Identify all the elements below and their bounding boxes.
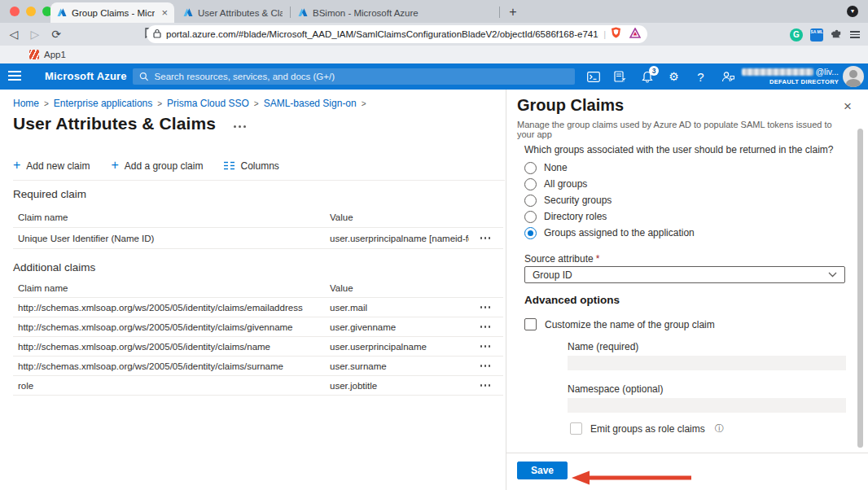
address-bar[interactable]: portal.azure.com/#blade/Microsoft_AAD_IA… [147, 25, 647, 43]
azure-brand[interactable]: Microsoft Azure [45, 70, 127, 82]
radio-directory-roles[interactable]: Directory roles [524, 208, 695, 225]
page-more-menu-icon[interactable] [234, 120, 246, 128]
row-more-menu-icon[interactable] [480, 345, 491, 348]
panel-footer-divider [506, 453, 868, 453]
breadcrumb-saml-sign-on[interactable]: SAML-based Sign-on [264, 98, 357, 109]
breadcrumb-separator: > [157, 99, 162, 108]
directory-filter-icon[interactable] [613, 70, 627, 84]
panel-scrollbar[interactable] [857, 129, 863, 448]
screen: Group Claims - Microsoft Azure × User At… [0, 0, 868, 490]
tab-user-attributes[interactable]: User Attributes & Claims - Microsof [177, 2, 289, 23]
checkbox-icon [524, 318, 537, 330]
group-claims-panel: Group Claims × Manage the group claims u… [506, 90, 868, 490]
claim-name-cell[interactable]: role [13, 381, 330, 391]
close-tab-icon[interactable]: × [161, 7, 168, 18]
brave-rewards-icon[interactable] [629, 27, 641, 42]
global-search[interactable] [133, 68, 575, 85]
row-more-menu-icon[interactable] [480, 237, 491, 239]
cloud-shell-icon[interactable] [586, 70, 600, 84]
table-row[interactable]: http://schemas.xmlsoap.org/ws/2005/05/id… [13, 357, 503, 376]
help-icon[interactable]: ? [694, 70, 708, 84]
breadcrumb-prisma-cloud-sso[interactable]: Prisma Cloud SSO [167, 98, 249, 109]
column-claim-name: Claim name [13, 212, 330, 222]
source-attribute-select[interactable]: Group ID [524, 266, 845, 283]
add-group-claim-button[interactable]: + Add a group claim [111, 160, 203, 172]
search-input[interactable] [155, 72, 568, 81]
radio-all-groups[interactable]: All groups [524, 176, 695, 192]
radio-none[interactable]: None [524, 160, 695, 176]
table-row[interactable]: Unique User Identifier (Name ID) user.us… [13, 228, 503, 249]
portal-menu-icon[interactable] [8, 71, 21, 81]
avatar[interactable] [843, 66, 864, 87]
tab-group-claims[interactable]: Group Claims - Microsoft Azure × [50, 2, 174, 23]
new-tab-button[interactable]: + [506, 5, 520, 20]
info-icon[interactable]: ⓘ [715, 422, 724, 435]
forward-icon[interactable]: ▷ [24, 28, 46, 41]
claim-name-cell[interactable]: http://schemas.xmlsoap.org/ws/2005/05/id… [13, 342, 330, 352]
row-more-menu-icon[interactable] [480, 365, 491, 367]
panel-subtitle: Manage the group claims used by Azure AD… [517, 120, 835, 139]
radio-security-groups[interactable]: Security groups [524, 192, 695, 208]
claim-name-cell[interactable]: Unique User Identifier (Name ID) [13, 234, 330, 243]
azure-favicon [183, 7, 193, 19]
row-more-menu-icon[interactable] [480, 306, 491, 308]
namespace-input[interactable] [568, 398, 846, 413]
save-button[interactable]: Save [517, 462, 568, 479]
columns-button[interactable]: Columns [224, 160, 278, 172]
reload-icon[interactable]: ⟳ [46, 28, 67, 41]
required-claim-table: Claim name Value Unique User Identifier … [13, 207, 503, 249]
feedback-icon[interactable] [721, 70, 734, 84]
tab-bsimon[interactable]: BSimon - Microsoft Azure [292, 2, 498, 23]
claim-value-cell: user.userprincipalname [nameid-for... [330, 234, 469, 243]
tab-search-menu-icon[interactable]: ▾ [847, 6, 858, 17]
claim-name-cell[interactable]: http://schemas.xmlsoap.org/ws/2005/05/id… [13, 361, 330, 371]
brave-shield-icon[interactable] [611, 27, 621, 42]
breadcrumb-separator: > [362, 99, 366, 108]
table-row[interactable]: http://schemas.xmlsoap.org/ws/2005/05/id… [13, 337, 503, 357]
customize-name-checkbox[interactable]: Customize the name of the group claim [524, 318, 715, 330]
saml-extension-icon[interactable]: SA ML [810, 28, 823, 42]
emit-role-claims-checkbox[interactable]: Emit groups as role claims ⓘ [570, 422, 724, 435]
table-row[interactable]: http://schemas.xmlsoap.org/ws/2005/05/id… [13, 317, 503, 337]
column-value: Value [330, 212, 469, 222]
settings-gear-icon[interactable]: ⚙ [667, 70, 681, 84]
minimize-window-button[interactable] [26, 7, 36, 16]
row-more-menu-icon[interactable] [480, 384, 491, 387]
azure-favicon [57, 7, 67, 19]
add-new-claim-button[interactable]: + Add new claim [13, 160, 90, 172]
command-label: Add a group claim [125, 160, 204, 172]
breadcrumb-home[interactable]: Home [13, 98, 39, 109]
claim-name-cell[interactable]: http://schemas.xmlsoap.org/ws/2005/05/id… [13, 303, 330, 313]
column-claim-name: Claim name [13, 283, 330, 293]
bookmark-app1[interactable]: App1 [29, 50, 66, 59]
table-row[interactable]: role user.jobtitle [13, 376, 503, 396]
row-more-menu-icon[interactable] [480, 326, 491, 328]
radio-icon [524, 162, 537, 174]
claim-value-cell: user.surname [330, 361, 469, 371]
account-name: @liv... [815, 67, 839, 77]
browser-menu-icon[interactable] [850, 31, 860, 38]
name-input[interactable] [568, 356, 846, 370]
chevron-down-icon [828, 272, 837, 278]
table-row[interactable]: http://schemas.xmlsoap.org/ws/2005/05/id… [13, 298, 503, 317]
grammarly-extension-icon[interactable]: G [790, 28, 803, 42]
search-icon [139, 72, 149, 81]
radio-groups-assigned[interactable]: Groups assigned to the application [524, 225, 695, 241]
extension-icons: G SA ML [790, 27, 860, 42]
window-controls [10, 7, 52, 16]
back-icon[interactable]: ◁ [3, 28, 24, 41]
close-panel-icon[interactable]: × [844, 99, 852, 113]
radio-icon [524, 211, 537, 223]
app1-favicon [29, 50, 39, 59]
claim-name-cell[interactable]: http://schemas.xmlsoap.org/ws/2005/05/id… [13, 322, 330, 332]
account-menu[interactable]: @liv... DEFAULT DIRECTORY [742, 67, 839, 85]
close-window-button[interactable] [10, 7, 20, 16]
extensions-puzzle-icon[interactable] [831, 27, 843, 42]
breadcrumb-enterprise-applications[interactable]: Enterprise applications [54, 98, 152, 109]
additional-claims-table: Claim name Value http://schemas.xmlsoap.… [13, 278, 503, 396]
tls-lock-icon [153, 27, 161, 42]
source-attribute-label: Source attribute* [524, 253, 599, 265]
checkbox-label: Customize the name of the group claim [545, 319, 715, 330]
radio-label: All groups [544, 178, 587, 190]
notifications-bell-icon[interactable]: 3 [640, 70, 654, 84]
